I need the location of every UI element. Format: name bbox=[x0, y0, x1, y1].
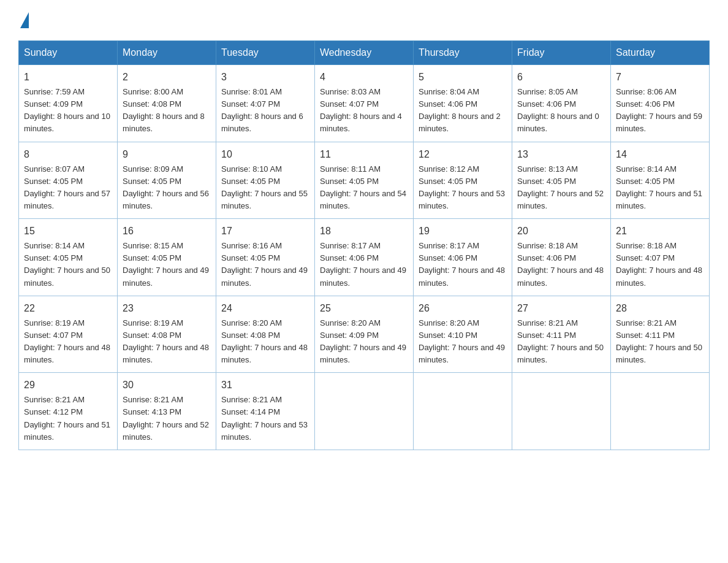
day-info: Sunrise: 8:12 AMSunset: 4:05 PMDaylight:… bbox=[419, 163, 507, 213]
day-info: Sunrise: 8:18 AMSunset: 4:06 PMDaylight:… bbox=[517, 240, 605, 289]
calendar-cell: 13Sunrise: 8:13 AMSunset: 4:05 PMDayligh… bbox=[512, 142, 611, 219]
day-info: Sunrise: 8:17 AMSunset: 4:06 PMDaylight:… bbox=[419, 240, 507, 289]
calendar-cell: 3Sunrise: 8:01 AMSunset: 4:07 PMDaylight… bbox=[216, 65, 315, 142]
day-number: 29 bbox=[24, 378, 112, 393]
calendar-week-row: 8Sunrise: 8:07 AMSunset: 4:05 PMDaylight… bbox=[19, 142, 710, 219]
weekday-header-saturday: Saturday bbox=[611, 41, 710, 65]
day-number: 16 bbox=[123, 224, 211, 239]
day-number: 18 bbox=[320, 224, 408, 239]
calendar-cell: 18Sunrise: 8:17 AMSunset: 4:06 PMDayligh… bbox=[315, 219, 414, 296]
logo bbox=[18, 12, 29, 28]
calendar-cell: 23Sunrise: 8:19 AMSunset: 4:08 PMDayligh… bbox=[118, 296, 216, 373]
calendar-cell: 20Sunrise: 8:18 AMSunset: 4:06 PMDayligh… bbox=[512, 219, 611, 296]
calendar-cell: 7Sunrise: 8:06 AMSunset: 4:06 PMDaylight… bbox=[611, 65, 710, 142]
day-info: Sunrise: 7:59 AMSunset: 4:09 PMDaylight:… bbox=[24, 86, 112, 136]
day-info: Sunrise: 8:01 AMSunset: 4:07 PMDaylight:… bbox=[221, 86, 309, 136]
calendar-cell: 27Sunrise: 8:21 AMSunset: 4:11 PMDayligh… bbox=[512, 296, 611, 373]
calendar-table: SundayMondayTuesdayWednesdayThursdayFrid… bbox=[18, 40, 710, 450]
day-number: 19 bbox=[419, 224, 507, 239]
day-number: 26 bbox=[419, 301, 507, 316]
day-number: 25 bbox=[320, 301, 408, 316]
day-info: Sunrise: 8:15 AMSunset: 4:05 PMDaylight:… bbox=[123, 240, 211, 289]
day-info: Sunrise: 8:09 AMSunset: 4:05 PMDaylight:… bbox=[123, 163, 211, 213]
calendar-cell: 8Sunrise: 8:07 AMSunset: 4:05 PMDaylight… bbox=[19, 142, 118, 219]
day-info: Sunrise: 8:21 AMSunset: 4:14 PMDaylight:… bbox=[221, 394, 309, 443]
calendar-week-row: 22Sunrise: 8:19 AMSunset: 4:07 PMDayligh… bbox=[19, 296, 710, 373]
day-number: 7 bbox=[616, 70, 704, 85]
day-info: Sunrise: 8:21 AMSunset: 4:12 PMDaylight:… bbox=[24, 394, 112, 443]
calendar-cell: 16Sunrise: 8:15 AMSunset: 4:05 PMDayligh… bbox=[118, 219, 216, 296]
calendar-cell: 2Sunrise: 8:00 AMSunset: 4:08 PMDaylight… bbox=[118, 65, 216, 142]
day-number: 28 bbox=[616, 301, 704, 316]
weekday-header-friday: Friday bbox=[512, 41, 611, 65]
day-number: 4 bbox=[320, 70, 408, 85]
day-info: Sunrise: 8:19 AMSunset: 4:07 PMDaylight:… bbox=[24, 317, 112, 367]
calendar-cell: 6Sunrise: 8:05 AMSunset: 4:06 PMDaylight… bbox=[512, 65, 611, 142]
day-number: 13 bbox=[517, 147, 605, 162]
weekday-header-tuesday: Tuesday bbox=[216, 41, 315, 65]
calendar-cell: 28Sunrise: 8:21 AMSunset: 4:11 PMDayligh… bbox=[611, 296, 710, 373]
day-info: Sunrise: 8:20 AMSunset: 4:10 PMDaylight:… bbox=[419, 317, 507, 367]
day-info: Sunrise: 8:05 AMSunset: 4:06 PMDaylight:… bbox=[517, 86, 605, 136]
day-number: 14 bbox=[616, 147, 704, 162]
day-info: Sunrise: 8:16 AMSunset: 4:05 PMDaylight:… bbox=[221, 240, 309, 289]
calendar-cell: 22Sunrise: 8:19 AMSunset: 4:07 PMDayligh… bbox=[19, 296, 118, 373]
weekday-header-thursday: Thursday bbox=[414, 41, 512, 65]
day-number: 21 bbox=[616, 224, 704, 239]
day-info: Sunrise: 8:21 AMSunset: 4:13 PMDaylight:… bbox=[123, 394, 211, 443]
day-number: 22 bbox=[24, 301, 112, 316]
calendar-cell: 15Sunrise: 8:14 AMSunset: 4:05 PMDayligh… bbox=[19, 219, 118, 296]
calendar-cell: 19Sunrise: 8:17 AMSunset: 4:06 PMDayligh… bbox=[414, 219, 512, 296]
weekday-header-monday: Monday bbox=[118, 41, 216, 65]
calendar-cell: 10Sunrise: 8:10 AMSunset: 4:05 PMDayligh… bbox=[216, 142, 315, 219]
day-number: 30 bbox=[123, 378, 211, 393]
day-info: Sunrise: 8:14 AMSunset: 4:05 PMDaylight:… bbox=[24, 240, 112, 289]
calendar-cell: 11Sunrise: 8:11 AMSunset: 4:05 PMDayligh… bbox=[315, 142, 414, 219]
calendar-cell: 1Sunrise: 7:59 AMSunset: 4:09 PMDaylight… bbox=[19, 65, 118, 142]
day-info: Sunrise: 8:19 AMSunset: 4:08 PMDaylight:… bbox=[123, 317, 211, 367]
day-info: Sunrise: 8:17 AMSunset: 4:06 PMDaylight:… bbox=[320, 240, 408, 289]
day-info: Sunrise: 8:18 AMSunset: 4:07 PMDaylight:… bbox=[616, 240, 704, 289]
calendar-cell bbox=[512, 373, 611, 450]
day-info: Sunrise: 8:21 AMSunset: 4:11 PMDaylight:… bbox=[616, 317, 704, 367]
calendar-cell: 4Sunrise: 8:03 AMSunset: 4:07 PMDaylight… bbox=[315, 65, 414, 142]
day-info: Sunrise: 8:13 AMSunset: 4:05 PMDaylight:… bbox=[517, 163, 605, 213]
weekday-header-sunday: Sunday bbox=[19, 41, 118, 65]
day-number: 23 bbox=[123, 301, 211, 316]
calendar-cell bbox=[315, 373, 414, 450]
calendar-cell: 30Sunrise: 8:21 AMSunset: 4:13 PMDayligh… bbox=[118, 373, 216, 450]
day-number: 27 bbox=[517, 301, 605, 316]
day-info: Sunrise: 8:06 AMSunset: 4:06 PMDaylight:… bbox=[616, 86, 704, 136]
calendar-cell: 31Sunrise: 8:21 AMSunset: 4:14 PMDayligh… bbox=[216, 373, 315, 450]
calendar-cell: 9Sunrise: 8:09 AMSunset: 4:05 PMDaylight… bbox=[118, 142, 216, 219]
calendar-header-row: SundayMondayTuesdayWednesdayThursdayFrid… bbox=[19, 41, 710, 65]
calendar-cell bbox=[414, 373, 512, 450]
day-info: Sunrise: 8:20 AMSunset: 4:09 PMDaylight:… bbox=[320, 317, 408, 367]
day-info: Sunrise: 8:00 AMSunset: 4:08 PMDaylight:… bbox=[123, 86, 211, 136]
day-info: Sunrise: 8:03 AMSunset: 4:07 PMDaylight:… bbox=[320, 86, 408, 136]
calendar-cell: 24Sunrise: 8:20 AMSunset: 4:08 PMDayligh… bbox=[216, 296, 315, 373]
calendar-cell bbox=[611, 373, 710, 450]
day-number: 10 bbox=[221, 147, 309, 162]
calendar-cell: 5Sunrise: 8:04 AMSunset: 4:06 PMDaylight… bbox=[414, 65, 512, 142]
calendar-week-row: 15Sunrise: 8:14 AMSunset: 4:05 PMDayligh… bbox=[19, 219, 710, 296]
day-number: 8 bbox=[24, 147, 112, 162]
day-number: 12 bbox=[419, 147, 507, 162]
day-info: Sunrise: 8:14 AMSunset: 4:05 PMDaylight:… bbox=[616, 163, 704, 213]
calendar-cell: 29Sunrise: 8:21 AMSunset: 4:12 PMDayligh… bbox=[19, 373, 118, 450]
day-number: 3 bbox=[221, 70, 309, 85]
day-number: 20 bbox=[517, 224, 605, 239]
day-info: Sunrise: 8:11 AMSunset: 4:05 PMDaylight:… bbox=[320, 163, 408, 213]
day-number: 1 bbox=[24, 70, 112, 85]
calendar-week-row: 1Sunrise: 7:59 AMSunset: 4:09 PMDaylight… bbox=[19, 65, 710, 142]
day-info: Sunrise: 8:20 AMSunset: 4:08 PMDaylight:… bbox=[221, 317, 309, 367]
day-number: 15 bbox=[24, 224, 112, 239]
day-number: 6 bbox=[517, 70, 605, 85]
page-header bbox=[18, 12, 710, 28]
weekday-header-wednesday: Wednesday bbox=[315, 41, 414, 65]
day-number: 11 bbox=[320, 147, 408, 162]
day-number: 24 bbox=[221, 301, 309, 316]
calendar-cell: 26Sunrise: 8:20 AMSunset: 4:10 PMDayligh… bbox=[414, 296, 512, 373]
day-info: Sunrise: 8:04 AMSunset: 4:06 PMDaylight:… bbox=[419, 86, 507, 136]
day-info: Sunrise: 8:10 AMSunset: 4:05 PMDaylight:… bbox=[221, 163, 309, 213]
